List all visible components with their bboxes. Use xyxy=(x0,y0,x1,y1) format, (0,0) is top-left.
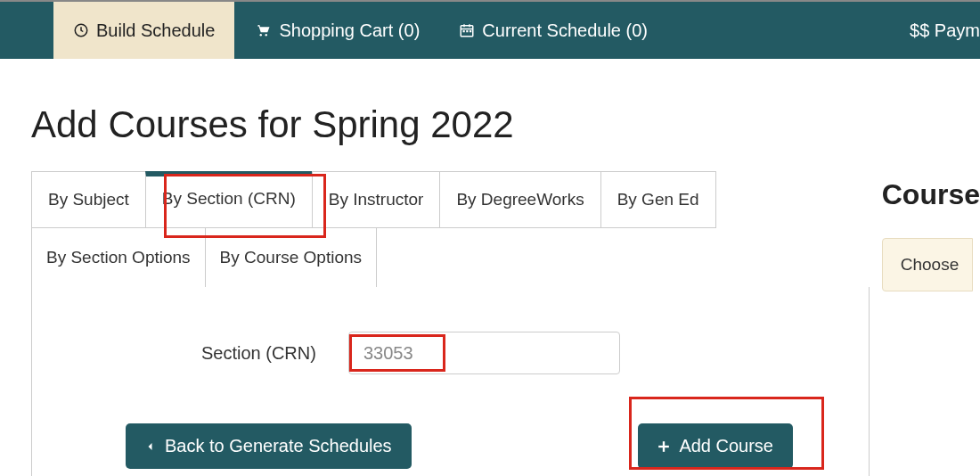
main-navbar: Build Schedule Shopping Cart (0) Current… xyxy=(0,2,980,59)
calendar-icon xyxy=(459,22,475,38)
page-title: Add Courses for Spring 2022 xyxy=(31,103,980,146)
sub-tab-by-section-options-label: By Section Options xyxy=(46,248,191,267)
nav-paym[interactable]: $$ Paym xyxy=(890,2,980,59)
side-panel: Course Choose xyxy=(882,178,980,291)
svg-point-1 xyxy=(260,34,262,36)
add-course-button[interactable]: Add Course xyxy=(638,423,793,469)
tab-by-section-crn-label: By Section (CRN) xyxy=(162,189,296,208)
tab-by-degreeworks[interactable]: By DegreeWorks xyxy=(439,171,600,228)
cart-icon xyxy=(254,22,272,38)
choose-box-label: Choose xyxy=(901,255,960,274)
plus-icon xyxy=(657,440,670,453)
clock-icon xyxy=(73,22,89,38)
chevron-left-icon xyxy=(145,439,156,454)
svg-rect-7 xyxy=(463,30,465,32)
tab-by-degreeworks-label: By DegreeWorks xyxy=(456,190,584,209)
tab-by-gened[interactable]: By Gen Ed xyxy=(600,171,716,228)
sub-tab-row: By Section Options By Course Options xyxy=(31,227,980,288)
tab-by-instructor[interactable]: By Instructor xyxy=(312,171,441,228)
tab-by-gened-label: By Gen Ed xyxy=(617,190,699,209)
nav-current-schedule-label: Current Schedule (0) xyxy=(482,21,648,41)
sub-tab-by-section-options[interactable]: By Section Options xyxy=(31,227,206,288)
svg-rect-11 xyxy=(659,445,670,447)
content-area: Add Courses for Spring 2022 By Subject B… xyxy=(0,59,980,476)
nav-build-schedule-label: Build Schedule xyxy=(96,21,215,41)
form-row-section-crn: Section (CRN) xyxy=(201,332,842,374)
nav-shopping-cart-label: Shopping Cart (0) xyxy=(279,21,420,41)
choose-box[interactable]: Choose xyxy=(882,238,973,291)
section-crn-input[interactable] xyxy=(348,332,620,374)
sub-tab-by-course-options[interactable]: By Course Options xyxy=(205,227,377,288)
tab-by-subject[interactable]: By Subject xyxy=(31,171,146,228)
form-panel: Section (CRN) Back to Generate Schedules xyxy=(31,287,870,476)
back-button[interactable]: Back to Generate Schedules xyxy=(126,423,412,469)
tab-by-subject-label: By Subject xyxy=(48,190,129,209)
tab-row: By Subject By Section (CRN) By Instructo… xyxy=(31,171,980,228)
tab-by-instructor-label: By Instructor xyxy=(329,190,424,209)
svg-point-2 xyxy=(265,34,267,36)
svg-rect-8 xyxy=(467,30,469,32)
tab-by-section-crn[interactable]: By Section (CRN) xyxy=(145,171,313,228)
sub-tab-by-course-options-label: By Course Options xyxy=(220,248,362,267)
nav-current-schedule[interactable]: Current Schedule (0) xyxy=(439,2,667,59)
nav-build-schedule[interactable]: Build Schedule xyxy=(53,2,234,59)
add-course-button-label: Add Course xyxy=(679,436,773,456)
section-crn-label: Section (CRN) xyxy=(201,343,316,364)
button-row: Back to Generate Schedules Add Course xyxy=(59,423,842,469)
svg-rect-9 xyxy=(470,30,471,32)
nav-paym-label: $$ Paym xyxy=(910,21,980,41)
back-button-label: Back to Generate Schedules xyxy=(165,436,392,456)
nav-shopping-cart[interactable]: Shopping Cart (0) xyxy=(234,2,439,59)
side-heading: Course xyxy=(882,178,980,211)
